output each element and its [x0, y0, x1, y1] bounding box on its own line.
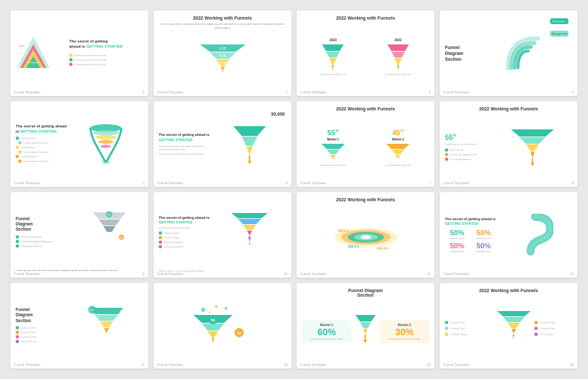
svg-marker-87 [355, 315, 376, 321]
svg-marker-34 [248, 161, 252, 164]
slide-15-title: Funnel DiagramSection [302, 288, 429, 297]
slide-12-title: The secret of getting ahead is GETTING S… [445, 217, 496, 226]
slide-10[interactable]: The secret of getting ahead is GETTING S… [154, 192, 291, 278]
slide15-m2-pct: 30% [395, 327, 414, 337]
slide-12[interactable]: The secret of getting ahead is GETTING S… [440, 192, 578, 278]
svg-marker-92 [497, 311, 531, 316]
slide-2[interactable]: 2022 Working with Funnels Lorem ipsum do… [154, 10, 291, 96]
year-2023: 2023 [329, 38, 336, 42]
svg-point-27 [98, 140, 114, 144]
svg-text:4.2B: 4.2B [219, 46, 226, 50]
slide-6[interactable]: The secret of getting ahead is GETTING S… [154, 101, 291, 187]
market2-funnel [385, 142, 411, 162]
slide-16[interactable]: 2022 Working with Funnels Content One Co… [440, 283, 578, 369]
footer-right-15: 15 [427, 363, 431, 367]
slide-grid: 30% 6% Patients The secret of gettingahe… [0, 0, 588, 379]
svg-point-28 [101, 145, 111, 148]
footer-left-12: Funnel Templates [444, 272, 469, 276]
svg-point-25 [93, 130, 119, 135]
market1-pct: 55% [327, 129, 339, 137]
market1-label: Market 1 [327, 138, 339, 141]
svg-marker-42 [519, 137, 546, 144]
footer-left-1: Funnel Templates [14, 90, 40, 94]
svg-marker-22 [395, 58, 402, 64]
footer-right-10: 10 [284, 272, 287, 276]
slide-3[interactable]: 2022 Working with Funnels 2023 Lorem ips… [297, 10, 434, 96]
funnel-30000 [230, 123, 269, 165]
footer-right-5: 5 [142, 181, 144, 185]
slide-15[interactable]: Funnel DiagramSection Market 1 60% Lorem… [297, 283, 434, 369]
slide-5[interactable]: The secret of getting ahead is GETTING S… [10, 101, 148, 187]
footer-left-6: Funnel Templates [157, 181, 183, 185]
tornado-svg [88, 123, 124, 165]
slide-4-title: FunnelDiagramSection [445, 44, 502, 62]
slide-13-title: FunnelDiagramSection [16, 307, 67, 323]
footer-left-2: Funnel Templates [157, 90, 183, 94]
market2-pct: 45% [392, 129, 404, 137]
footer-left-4: Funnel Templates [444, 90, 469, 94]
svg-marker-20 [387, 44, 409, 51]
svg-marker-69 [95, 315, 118, 321]
slide-4[interactable]: FunnelDiagramSection Processes Managemen… [440, 10, 578, 96]
svg-text:$44.4 k: $44.4 k [377, 246, 388, 250]
svg-marker-43 [526, 144, 539, 151]
footer-right-11: 11 [427, 272, 431, 276]
svg-marker-55 [238, 219, 261, 224]
svg-marker-48 [99, 220, 120, 225]
pct-2: 50% [472, 229, 497, 237]
market2-label: Market 2 [392, 138, 404, 141]
slide16-funnel [496, 310, 532, 349]
slide-7[interactable]: 2022 Working with Funnels 55% Market 1 L… [297, 101, 434, 187]
slide-6-title: The secret of getting ahead is GETTING S… [159, 133, 210, 142]
pyramid-chart: 30% 6% Patients [16, 35, 52, 71]
footer-right-12: 12 [570, 272, 574, 276]
svg-marker-80 [202, 323, 224, 331]
slide-9[interactable]: FunnelDiagramSection One detail section … [10, 192, 148, 278]
colorful-funnel [230, 212, 269, 254]
slide-1[interactable]: 30% 6% Patients The secret of gettingahe… [10, 10, 148, 96]
slide-13[interactable]: FunnelDiagramSection Content One Content… [10, 283, 148, 369]
svg-marker-41 [511, 129, 554, 137]
svg-marker-32 [246, 146, 253, 156]
footer-left-14: Funnel Templates [157, 363, 183, 367]
slide12-funnel [517, 214, 553, 256]
arc-label-2: Management [550, 31, 568, 37]
svg-point-29 [102, 160, 110, 164]
arcs-svg [505, 35, 547, 71]
funnel-stats-svg: 4.2B 4.0B 3.1B 2.04B [197, 43, 249, 79]
slide-14[interactable]: 50 30 Funnel Templates 14 [154, 283, 291, 369]
svg-marker-57 [247, 231, 252, 236]
svg-marker-36 [327, 150, 340, 154]
slide-7-title: 2022 Working with Funnels [302, 107, 429, 111]
svg-marker-82 [212, 338, 214, 342]
svg-text:6%: 6% [16, 52, 20, 56]
svg-marker-31 [242, 137, 257, 146]
svg-marker-71 [104, 328, 109, 333]
slide-9-title: FunnelDiagramSection [16, 216, 73, 233]
svg-marker-89 [363, 329, 368, 335]
svg-text:Patients: Patients [29, 61, 39, 64]
slide15-center-funnel [354, 314, 377, 350]
svg-marker-18 [329, 58, 336, 64]
svg-marker-49 [103, 226, 116, 232]
slide-11-title: 2022 Working with Funnels [302, 197, 429, 202]
footer-right-6: 6 [286, 181, 287, 185]
slide-8[interactable]: 2022 Working with Funnels 55% Lorem ipsu… [440, 101, 578, 187]
footer-right-1: 1 [142, 90, 144, 94]
svg-marker-46 [531, 163, 534, 166]
footer-right-13: 13 [140, 363, 144, 367]
svg-marker-19 [332, 65, 334, 71]
slide-11[interactable]: 2022 Working with Funnels $55.2 k $20.3 … [297, 192, 434, 278]
footer-right-14: 14 [284, 363, 287, 367]
svg-marker-94 [508, 323, 520, 328]
footer-left-5: Funnel Templates [14, 181, 40, 185]
svg-text:3.1B: 3.1B [220, 61, 225, 65]
donut-funnel: 90% [87, 305, 126, 347]
svg-marker-44 [531, 152, 534, 158]
svg-text:4.0B: 4.0B [219, 54, 226, 58]
svg-marker-58 [248, 237, 251, 242]
market1-funnel [320, 142, 346, 162]
footer-left-15: Funnel Templates [301, 363, 326, 367]
slide-8-title: 2022 Working with Funnels [445, 107, 572, 111]
footer-left-10: Funnel Templates [157, 272, 183, 276]
